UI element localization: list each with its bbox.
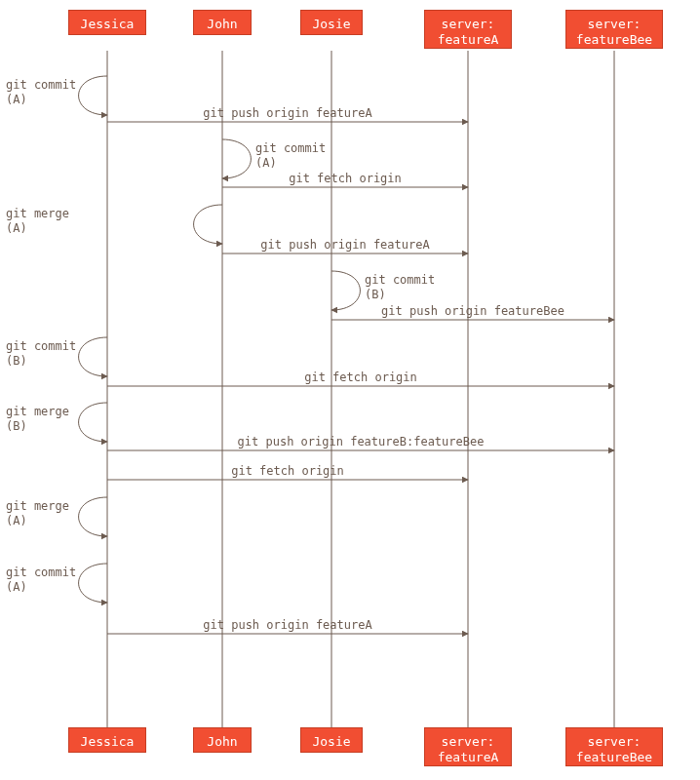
- participant-john-header: John: [193, 10, 252, 35]
- participant-featureA-header: server: featureA: [424, 10, 512, 49]
- self-label-2: git commit (A): [255, 141, 326, 171]
- message-label-12: git fetch origin: [119, 464, 456, 479]
- participant-josie-footer: Josie: [300, 727, 363, 753]
- self-label-6: git commit (B): [365, 273, 435, 302]
- participant-john-footer: John: [193, 727, 252, 753]
- message-label-15: git push origin featureA: [119, 618, 456, 633]
- self-label-0: git commit (A): [6, 78, 76, 107]
- message-label-1: git push origin featureA: [119, 106, 456, 121]
- self-label-13: git merge (A): [6, 499, 76, 528]
- self-label-8: git commit (B): [6, 339, 76, 369]
- self-label-10: git merge (B): [6, 405, 76, 434]
- participant-jessica-header: Jessica: [68, 10, 146, 35]
- message-label-9: git fetch origin: [119, 370, 603, 385]
- message-label-7: git push origin featureBee: [343, 304, 603, 319]
- message-label-5: git push origin featureA: [234, 238, 456, 253]
- message-label-11: git push origin featureB:featureBee: [119, 435, 603, 449]
- self-label-14: git commit (A): [6, 566, 76, 595]
- message-label-3: git fetch origin: [234, 172, 456, 186]
- participant-jessica-footer: Jessica: [68, 727, 146, 753]
- self-label-4: git merge (A): [6, 207, 191, 236]
- participant-josie-header: Josie: [300, 10, 363, 35]
- participant-featureA-footer: server: featureA: [424, 727, 512, 766]
- participant-featureBee-header: server: featureBee: [565, 10, 663, 49]
- participant-featureBee-footer: server: featureBee: [565, 727, 663, 766]
